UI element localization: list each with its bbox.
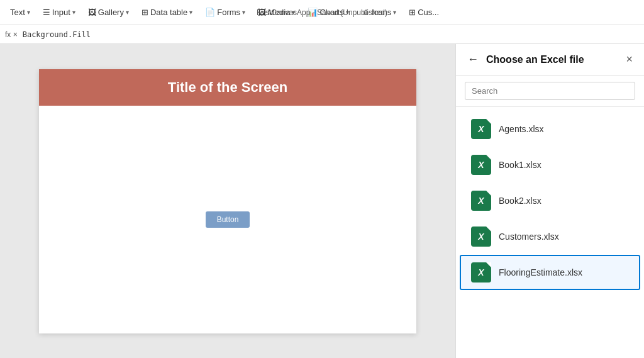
nav-custom[interactable]: ⊞ Cus... bbox=[404, 5, 444, 20]
file-item[interactable]: X Agents.xlsx bbox=[460, 111, 640, 147]
nav-input[interactable]: ☰ Input ▾ bbox=[38, 5, 80, 20]
excel-x-letter: X bbox=[478, 124, 484, 134]
canvas-frame: Title of the Screen Button bbox=[39, 69, 416, 333]
panel-back-button[interactable]: ← bbox=[466, 52, 480, 67]
nav-datatable-label: Data table bbox=[150, 8, 187, 17]
datatable-icon: ⊞ bbox=[142, 8, 148, 17]
panel-title: Choose an Excel file bbox=[486, 54, 618, 65]
formula-scope: fx × bbox=[5, 30, 18, 39]
nav-datatable[interactable]: ⊞ Data table ▾ bbox=[136, 5, 197, 20]
file-item[interactable]: X Book2.xlsx bbox=[460, 183, 640, 218]
file-item[interactable]: X FlooringEstimate.xlsx bbox=[460, 255, 640, 290]
file-item[interactable]: X Customers.xlsx bbox=[460, 219, 640, 254]
nav-input-label: Input bbox=[52, 8, 70, 17]
nav-forms[interactable]: 📄 Forms ▾ bbox=[200, 5, 250, 20]
file-name: FlooringEstimate.xlsx bbox=[499, 267, 582, 277]
chevron-down-icon: ▾ bbox=[189, 9, 192, 16]
file-item[interactable]: X Book1.xlsx bbox=[460, 147, 640, 182]
nav-text-label: Text bbox=[10, 8, 25, 17]
nav-gallery[interactable]: 🖼 Gallery ▾ bbox=[83, 5, 134, 20]
chevron-down-icon: ▾ bbox=[242, 9, 245, 16]
input-icon: ☰ bbox=[43, 8, 50, 17]
screen-title-text: Title of the Screen bbox=[168, 79, 287, 96]
nav-gallery-label: Gallery bbox=[98, 8, 124, 17]
excel-icon: X bbox=[471, 119, 491, 139]
forms-icon: 📄 bbox=[205, 8, 215, 17]
excel-icon: X bbox=[471, 227, 491, 247]
chevron-down-icon: ▾ bbox=[126, 9, 129, 16]
excel-x-letter: X bbox=[478, 232, 484, 242]
screen-title-bar: Title of the Screen bbox=[39, 69, 416, 106]
file-list: X Agents.xlsx X Book1.xlsx X Book2.xlsx … bbox=[456, 107, 644, 358]
gallery-icon: 🖼 bbox=[88, 8, 96, 17]
nav-text[interactable]: Text ▾ bbox=[5, 5, 35, 20]
excel-x-letter: X bbox=[478, 160, 484, 170]
file-name: Book1.xlsx bbox=[499, 160, 541, 170]
file-name: Customers.xlsx bbox=[499, 232, 559, 242]
main-content: Title of the Screen Button ← Choose an E… bbox=[0, 44, 644, 358]
chevron-down-icon: ▾ bbox=[72, 9, 75, 16]
custom-icon: ⊞ bbox=[409, 8, 416, 17]
formula-value: Background.Fill bbox=[23, 30, 91, 39]
file-name: Book2.xlsx bbox=[499, 196, 541, 206]
formula-bar: fx × Background.Fill bbox=[0, 25, 644, 44]
panel-header: ← Choose an Excel file × bbox=[456, 44, 644, 76]
canvas-button[interactable]: Button bbox=[206, 211, 250, 228]
nav-forms-label: Forms bbox=[217, 8, 240, 17]
toolbar: FirstCanvasApp - Saved (Unpublished) Tex… bbox=[0, 0, 644, 25]
excel-icon: X bbox=[471, 155, 491, 175]
excel-file-panel: ← Choose an Excel file × X Agents.xlsx X… bbox=[455, 44, 644, 358]
panel-close-button[interactable]: × bbox=[625, 52, 634, 67]
excel-x-letter: X bbox=[478, 267, 484, 277]
chevron-down-icon: ▾ bbox=[27, 9, 30, 16]
file-name: Agents.xlsx bbox=[499, 124, 544, 134]
excel-icon: X bbox=[471, 191, 491, 211]
back-arrow-icon: ← bbox=[467, 53, 479, 66]
close-icon: × bbox=[626, 53, 633, 66]
canvas-area: Title of the Screen Button bbox=[0, 44, 455, 358]
chevron-down-icon: ▾ bbox=[393, 9, 396, 16]
canvas-body: Button bbox=[39, 106, 416, 333]
search-input[interactable] bbox=[465, 82, 635, 100]
nav-custom-label: Cus... bbox=[418, 8, 439, 17]
excel-x-letter: X bbox=[478, 196, 484, 206]
app-title: FirstCanvasApp - Saved (Unpublished) bbox=[257, 8, 387, 17]
excel-icon: X bbox=[471, 262, 491, 282]
panel-search bbox=[456, 76, 644, 107]
